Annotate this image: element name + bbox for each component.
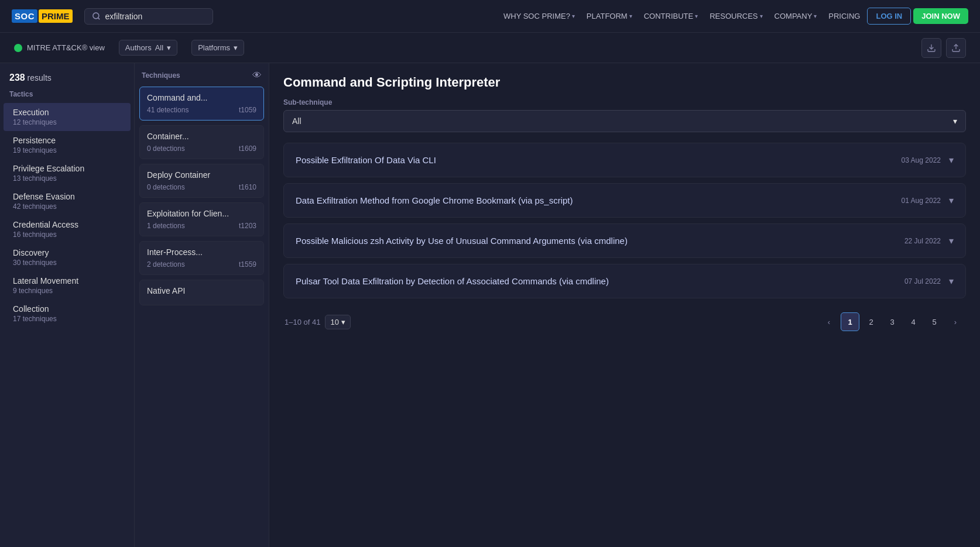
detection-date: 07 Jul 2022 (904, 277, 941, 285)
tactic-count: 13 techniques (13, 174, 121, 183)
chevron-down-icon: ▾ (949, 276, 954, 287)
toggle-indicator (14, 44, 22, 52)
tactic-item[interactable]: Discovery 30 techniques (4, 243, 131, 271)
technique-name: Inter-Process... (147, 247, 256, 257)
detection-card[interactable]: Possible Exfiltration Of Data Via CLI 03… (283, 143, 966, 177)
tactic-count: 30 techniques (13, 259, 121, 267)
technique-detections: 0 detections (147, 145, 185, 153)
tactic-item[interactable]: Lateral Movement 9 techniques (4, 271, 131, 300)
nav-why-soc-prime[interactable]: WHY SOC PRIME? ▾ (499, 8, 580, 24)
page-button[interactable]: 2 (862, 312, 880, 331)
tactic-count: 19 techniques (13, 146, 121, 154)
technique-id: t1609 (239, 145, 256, 153)
detection-card[interactable]: Pulsar Tool Data Exfiltration by Detecti… (283, 264, 966, 298)
page-button[interactable]: 5 (925, 312, 944, 331)
search-bar[interactable] (84, 8, 213, 25)
logo[interactable]: SOC PRIME (12, 9, 73, 23)
nav-company[interactable]: COMPANY ▾ (770, 8, 822, 24)
detections-list: Possible Exfiltration Of Data Via CLI 03… (283, 143, 966, 298)
svg-point-0 (92, 13, 98, 19)
pagination-bar: 1–10 of 41 10 ▾ ‹ 12345 › (283, 312, 966, 331)
mitre-label: MITRE ATT&CK® view (27, 43, 105, 52)
chevron-down-icon: ▾ (572, 13, 575, 19)
filter-icons (921, 38, 966, 58)
detection-date: 03 Aug 2022 (902, 156, 941, 164)
search-input[interactable] (105, 12, 205, 21)
nav-platform[interactable]: PLATFORM ▾ (582, 8, 637, 24)
eye-icon[interactable]: 👁 (252, 70, 262, 81)
detection-name: Data Exfiltration Method from Google Chr… (296, 194, 573, 207)
technique-id: t1559 (239, 260, 256, 269)
pagination-range: 1–10 of 41 (285, 318, 320, 326)
technique-detections: 41 detections (147, 106, 189, 114)
pagination-pages: ‹ 12345 › (820, 312, 965, 331)
tactics-list: Execution 12 techniques Persistence 19 t… (0, 103, 134, 328)
pagination-info: 1–10 of 41 10 ▾ (285, 315, 351, 329)
technique-card[interactable]: Exploitation for Clien... 1 detections t… (139, 202, 264, 236)
platforms-filter[interactable]: Platforms ▾ (191, 40, 244, 56)
export-icon (951, 43, 961, 53)
login-button[interactable]: LOG IN (867, 8, 911, 25)
technique-card[interactable]: Container... 0 detections t1609 (139, 125, 264, 159)
chevron-down-icon: ▾ (760, 13, 763, 19)
technique-card[interactable]: Deploy Container 0 detections t1610 (139, 164, 264, 198)
tactic-name: Persistence (13, 136, 121, 145)
tactic-item[interactable]: Collection 17 techniques (4, 300, 131, 328)
authors-filter[interactable]: Authors All ▾ (119, 40, 177, 56)
filter-bar: MITRE ATT&CK® view Authors All ▾ Platfor… (0, 33, 980, 63)
detection-name: Possible Malicious zsh Activity by Use o… (296, 235, 628, 247)
page-size-select[interactable]: 10 ▾ (325, 315, 350, 329)
tactic-name: Credential Access (13, 220, 121, 229)
technique-card[interactable]: Inter-Process... 2 detections t1559 (139, 241, 264, 275)
detection-name: Pulsar Tool Data Exfiltration by Detecti… (296, 275, 609, 287)
nav-resources[interactable]: RESOURCES ▾ (705, 8, 767, 24)
export-button[interactable] (946, 38, 966, 58)
page-button[interactable]: 3 (883, 312, 902, 331)
page-button[interactable]: 1 (841, 312, 859, 331)
mitre-toggle[interactable]: MITRE ATT&CK® view (14, 43, 105, 52)
chevron-down-icon: ▾ (949, 154, 954, 166)
nav-contribute[interactable]: CONTRIBUTE ▾ (639, 8, 703, 24)
main-content: Command and Scripting Interpreter Sub-te… (269, 63, 980, 547)
technique-name: Command and... (147, 93, 256, 102)
detection-card[interactable]: Data Exfiltration Method from Google Chr… (283, 183, 966, 218)
tactic-item[interactable]: Persistence 19 techniques (4, 131, 131, 159)
subtechnique-label: Sub-technique (283, 98, 966, 106)
next-page-button[interactable]: › (946, 312, 965, 331)
tactic-name: Lateral Movement (13, 276, 121, 285)
chevron-down-icon: ▾ (949, 195, 954, 206)
technique-id: t1059 (239, 106, 256, 114)
tactic-item[interactable]: Credential Access 16 techniques (4, 215, 131, 243)
results-label: results (28, 73, 52, 82)
tactic-item[interactable]: Privilege Escalation 13 techniques (4, 159, 131, 187)
search-icon (92, 12, 101, 20)
join-now-button[interactable]: JOIN NOW (913, 8, 968, 24)
page-button[interactable]: 4 (904, 312, 923, 331)
detection-card[interactable]: Possible Malicious zsh Activity by Use o… (283, 223, 966, 258)
nav-pricing[interactable]: PRICING (824, 8, 865, 24)
subtechnique-dropdown[interactable]: All ▾ (283, 110, 966, 132)
technique-card[interactable]: Native API (139, 280, 264, 305)
technique-card[interactable]: Command and... 41 detections t1059 (139, 87, 264, 121)
platforms-filter-label: Platforms (198, 43, 230, 52)
logo-prime: PRIME (39, 9, 73, 23)
tactic-name: Privilege Escalation (13, 164, 121, 173)
tactic-item[interactable]: Defense Evasion 42 techniques (4, 187, 131, 215)
tactic-item[interactable]: Execution 12 techniques (4, 103, 131, 131)
prev-page-button[interactable]: ‹ (820, 312, 838, 331)
chevron-down-icon: ▾ (953, 116, 957, 126)
logo-soc: SOC (12, 9, 37, 23)
sidebar-techniques: Techniques 👁 Command and... 41 detection… (135, 63, 269, 547)
detection-name: Possible Exfiltration Of Data Via CLI (296, 154, 436, 166)
tactic-name: Collection (13, 304, 121, 314)
download-button[interactable] (921, 38, 941, 58)
technique-id: t1610 (239, 183, 256, 191)
detection-date: 01 Aug 2022 (902, 197, 941, 205)
chevron-down-icon: ▾ (814, 13, 817, 19)
subtechnique-value: All (292, 116, 301, 126)
content-title: Command and Scripting Interpreter (283, 75, 966, 90)
chevron-down-icon: ▾ (949, 235, 954, 246)
tactics-label: Tactics (0, 90, 134, 103)
svg-line-1 (98, 18, 100, 19)
techniques-label: Techniques (142, 71, 180, 80)
